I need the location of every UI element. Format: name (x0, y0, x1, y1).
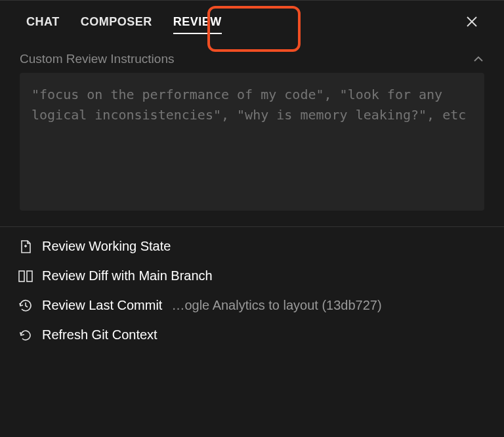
svg-rect-5 (27, 271, 32, 281)
tab-chat[interactable]: CHAT (16, 3, 70, 41)
action-label: Review Working State (42, 239, 171, 254)
chevron-up-icon (472, 53, 484, 65)
review-actions: Review Working State Review Diff with Ma… (0, 227, 504, 354)
action-label: Review Diff with Main Branch (42, 268, 213, 283)
tabs-bar: CHAT COMPOSER REVIEW (0, 1, 504, 43)
review-panel: CHAT COMPOSER REVIEW Custom Review Instr… (0, 0, 504, 437)
instructions-container (0, 73, 504, 226)
tab-review[interactable]: REVIEW (163, 3, 232, 41)
review-working-state-button[interactable]: Review Working State (18, 239, 486, 254)
custom-instructions-input[interactable] (20, 73, 484, 211)
refresh-git-context-button[interactable]: Refresh Git Context (18, 327, 486, 343)
custom-instructions-header[interactable]: Custom Review Instructions (0, 43, 504, 73)
action-label: Refresh Git Context (42, 327, 158, 343)
file-diff-icon (18, 239, 33, 254)
review-diff-main-button[interactable]: Review Diff with Main Branch (18, 268, 486, 283)
history-icon (18, 299, 33, 313)
review-last-commit-button[interactable]: Review Last Commit …ogle Analytics to la… (18, 298, 486, 313)
close-button[interactable] (461, 10, 483, 33)
svg-rect-4 (19, 271, 24, 281)
tab-composer[interactable]: COMPOSER (70, 3, 163, 41)
refresh-icon (18, 328, 33, 343)
section-title: Custom Review Instructions (20, 52, 174, 66)
commit-detail: …ogle Analytics to layout (13db727) (171, 298, 381, 313)
diff-icon (18, 269, 33, 283)
close-icon (466, 16, 478, 28)
action-label: Review Last Commit (42, 298, 162, 313)
